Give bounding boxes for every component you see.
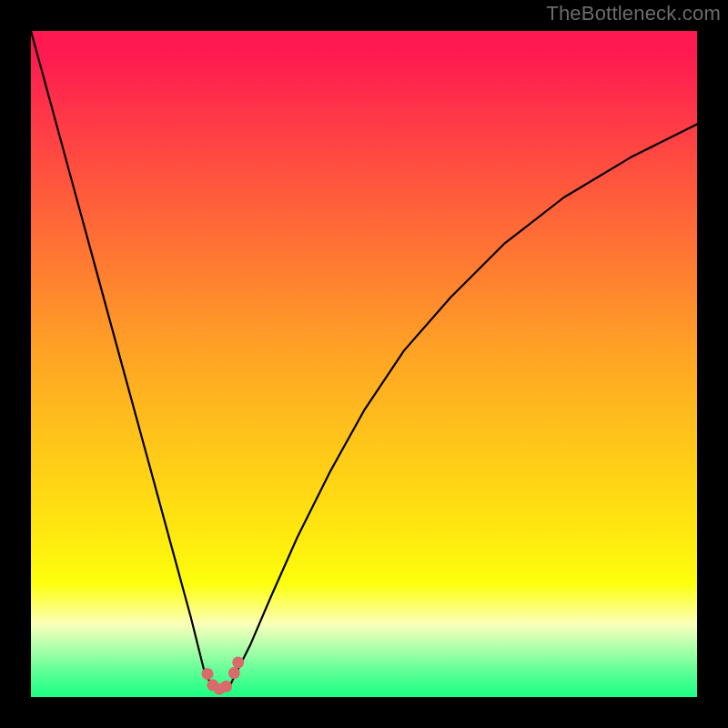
bottleneck-curve-path bbox=[31, 31, 697, 691]
plot-area bbox=[31, 31, 697, 697]
curve-marker bbox=[202, 668, 214, 680]
watermark-text: TheBottleneck.com bbox=[546, 2, 721, 25]
curve-markers bbox=[202, 656, 245, 694]
curve-marker bbox=[232, 656, 244, 668]
bottleneck-curve-svg bbox=[31, 31, 697, 697]
curve-marker bbox=[220, 681, 232, 693]
curve-marker bbox=[228, 667, 240, 679]
